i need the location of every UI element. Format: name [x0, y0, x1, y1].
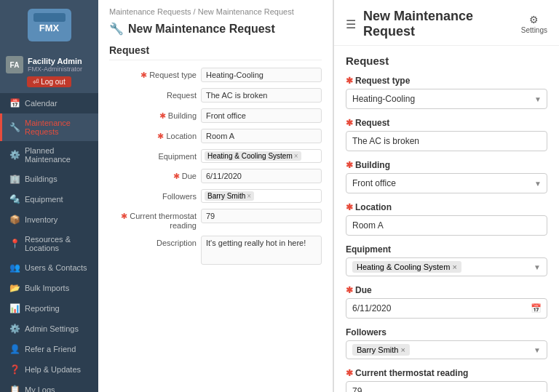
- wrench-title-icon: 🔧: [109, 22, 124, 36]
- field-group-location: ✱ Location: [346, 202, 547, 236]
- bulk-icon: 📂: [9, 283, 20, 293]
- users-icon: 👥: [9, 263, 20, 273]
- hamburger-icon[interactable]: ☰: [346, 17, 356, 31]
- tag-field-equipment[interactable]: Heating & Cooling System ×: [346, 257, 547, 276]
- field-label-followers: Followers: [346, 327, 547, 337]
- sidebar-item-label: My Logs: [25, 385, 55, 392]
- form-row-building: ✱ Building Front office: [109, 108, 322, 123]
- label-request: Request: [109, 88, 197, 100]
- sidebar-logo: FMX: [0, 0, 98, 50]
- input-thermostat[interactable]: [346, 381, 547, 392]
- settings-area[interactable]: ⚙ Settings: [521, 14, 547, 34]
- sidebar-item-label: Equipment: [25, 195, 63, 204]
- select-building[interactable]: Front office: [346, 173, 547, 193]
- equipment-tag-close[interactable]: ×: [294, 152, 298, 160]
- right-panel-title: New Maintenance Request: [363, 9, 521, 39]
- form-row-request-type: ✱ Request type Heating-Cooling: [109, 68, 322, 82]
- user-role: FMX-Administrator: [28, 65, 92, 73]
- select-wrapper-building: Front office: [346, 173, 547, 193]
- sidebar-item-refer[interactable]: 👤 Refer a Friend: [0, 339, 98, 359]
- sidebar: FMX FA Facility Admin FMX-Administrator …: [0, 0, 98, 392]
- sidebar-item-label: Admin Settings: [25, 324, 79, 333]
- resources-icon: 📍: [9, 239, 20, 249]
- input-request[interactable]: [346, 131, 547, 151]
- admin-icon: ⚙️: [9, 324, 20, 334]
- form-row-location: ✱ Location Room A: [109, 129, 322, 143]
- inventory-icon: 📦: [9, 215, 20, 225]
- user-name: Facility Admin: [28, 57, 92, 65]
- label-due: ✱ Due: [109, 169, 197, 181]
- label-followers: Followers: [109, 189, 197, 201]
- followers-rtag: Barry Smith ×: [352, 344, 410, 356]
- form-row-due: ✱ Due 6/11/2020: [109, 169, 322, 183]
- sidebar-item-help[interactable]: ❓ Help & Updates: [0, 359, 98, 380]
- sidebar-item-label: Buildings: [25, 175, 58, 183]
- input-location[interactable]: [346, 215, 547, 236]
- gear-icon: ⚙: [529, 14, 539, 25]
- sidebar-item-label: Reporting: [25, 304, 60, 313]
- right-panel: ☰ New Maintenance Request ⚙ Settings Req…: [333, 0, 559, 392]
- logs-icon: 📋: [9, 385, 20, 392]
- label-equipment: Equipment: [109, 149, 197, 161]
- field-group-request: ✱ Request: [346, 118, 547, 151]
- equipment-rtag-close[interactable]: ×: [452, 263, 456, 271]
- followers-rtag-close[interactable]: ×: [400, 345, 405, 354]
- user-info: Facility Admin FMX-Administrator: [28, 57, 92, 73]
- select-wrapper-request-type: Heating-Cooling: [346, 89, 547, 109]
- equipment-tag: Heating & Cooling System ×: [205, 151, 301, 161]
- field-label-request: ✱ Request: [346, 118, 547, 128]
- logo-box: FMX: [28, 9, 71, 41]
- value-location: Room A: [201, 129, 322, 143]
- sidebar-item-bulk[interactable]: 📂 Bulk Imports: [0, 278, 98, 298]
- equipment-icon: 🔩: [9, 194, 20, 204]
- breadcrumb: Maintenance Requests / New Maintenance R…: [109, 7, 322, 16]
- logout-label: Log out: [41, 78, 65, 86]
- field-label-equipment: Equipment: [346, 244, 547, 255]
- logout-button[interactable]: ⏎ Log out: [27, 76, 71, 87]
- field-group-equipment: Equipment Heating & Cooling System ×: [346, 244, 547, 276]
- value-due: 6/11/2020: [201, 169, 322, 183]
- field-group-due: ✱ Due 📅: [346, 285, 547, 319]
- sidebar-item-label: Resources & Locations: [25, 235, 91, 252]
- followers-tag-close[interactable]: ×: [247, 192, 251, 200]
- field-group-building: ✱ Building Front office: [346, 160, 547, 193]
- sidebar-item-users[interactable]: 👥 Users & Contacts: [0, 257, 98, 278]
- sidebar-item-inventory[interactable]: 📦 Inventory: [0, 209, 98, 230]
- field-label-location: ✱ Location: [346, 202, 547, 212]
- tag-field-followers[interactable]: Barry Smith ×: [346, 340, 547, 359]
- value-request: The AC is broken: [201, 88, 322, 103]
- value-thermostat: 79: [201, 209, 322, 223]
- field-label-thermostat: ✱ Current thermostat reading: [346, 368, 547, 378]
- sidebar-item-calendar[interactable]: 📅 Calendar: [0, 93, 98, 113]
- field-group-followers: Followers Barry Smith ×: [346, 327, 547, 359]
- sidebar-item-label: Maintenance Requests: [25, 119, 91, 136]
- sidebar-item-planned[interactable]: ⚙️ Planned Maintenance: [0, 141, 98, 169]
- sidebar-item-buildings[interactable]: 🏢 Buildings: [0, 169, 98, 189]
- sidebar-nav: 📅 Calendar 🔧 Maintenance Requests ⚙️ Pla…: [0, 93, 98, 392]
- field-label-building: ✱ Building: [346, 160, 547, 170]
- select-request-type[interactable]: Heating-Cooling: [346, 89, 547, 109]
- input-due[interactable]: [346, 298, 547, 319]
- reporting-icon: 📊: [9, 303, 20, 313]
- sidebar-item-label: Planned Maintenance: [25, 146, 91, 164]
- field-label-due: ✱ Due: [346, 285, 547, 295]
- planned-icon: ⚙️: [9, 150, 20, 160]
- label-building: ✱ Building: [109, 108, 197, 121]
- sidebar-item-equipment[interactable]: 🔩 Equipment: [0, 189, 98, 209]
- right-header-left: ☰ New Maintenance Request: [346, 9, 521, 39]
- page-title-left: 🔧 New Maintenance Request: [109, 22, 322, 36]
- breadcrumb-link-2[interactable]: New Maintenance Request: [198, 7, 294, 16]
- settings-label: Settings: [521, 26, 547, 34]
- sidebar-item-resources[interactable]: 📍 Resources & Locations: [0, 230, 98, 257]
- label-description: Description: [109, 236, 197, 247]
- sidebar-item-logs[interactable]: 📋 My Logs: [0, 380, 98, 392]
- sidebar-item-admin[interactable]: ⚙️ Admin Settings: [0, 319, 98, 339]
- sidebar-item-reporting[interactable]: 📊 Reporting: [0, 298, 98, 319]
- breadcrumb-link-1[interactable]: Maintenance Requests: [109, 7, 191, 16]
- value-equipment: Heating & Cooling System ×: [201, 149, 322, 163]
- refer-icon: 👤: [9, 344, 20, 354]
- field-group-thermostat: ✱ Current thermostat reading: [346, 368, 547, 392]
- field-label-request-type: ✱ Request type: [346, 76, 547, 86]
- sidebar-item-maintenance[interactable]: 🔧 Maintenance Requests: [0, 113, 98, 141]
- form-row-thermostat: ✱ Current thermostat reading 79: [109, 209, 322, 230]
